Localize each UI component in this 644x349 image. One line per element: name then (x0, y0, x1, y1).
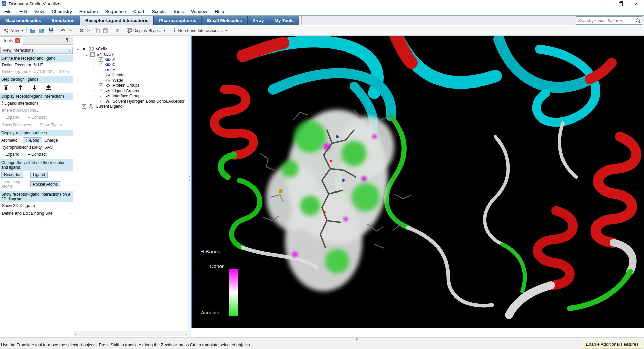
define-receptor-action[interactable]: Define Receptor: 6LU7 (0, 62, 73, 68)
checkbox-checked[interactable] (99, 83, 103, 88)
open-button[interactable] (28, 27, 37, 34)
menu-structure[interactable]: Structure (76, 8, 102, 15)
panel-splitter[interactable]: ‹› (188, 36, 191, 337)
open-url-button[interactable] (37, 27, 46, 34)
scroll-left-icon[interactable]: ◂ (74, 332, 76, 336)
checkbox-checked[interactable] (99, 57, 103, 62)
interaction-options-action[interactable]: Interaction Options... (0, 107, 73, 114)
sas-toggle[interactable]: SAS (44, 145, 72, 150)
hbond-toggle-selected[interactable]: H-Bond (23, 137, 42, 143)
checkbox-checked[interactable] (82, 104, 86, 109)
menu-view[interactable]: View (31, 8, 48, 15)
menu-file[interactable]: File (1, 8, 15, 15)
expand-icon[interactable] (93, 94, 99, 98)
search-icon[interactable] (635, 18, 641, 24)
delete-button[interactable]: ✕ (78, 27, 86, 34)
checkbox-checked[interactable] (99, 63, 103, 67)
binding-site-section[interactable]: Define and Edit Binding Site (0, 210, 73, 217)
ligand-interactions-action[interactable]: Ligand Interactions (0, 100, 73, 107)
tree-row-hetatm[interactable]: Hetatm (74, 73, 188, 78)
tree-row-ligand-groups[interactable]: Ligand Groups (74, 88, 188, 94)
previous-ligand-button[interactable] (18, 84, 23, 90)
ribbon-tab-receptor-ligand-interactions[interactable]: Receptor-Ligand Interactions (80, 16, 154, 25)
restore-button[interactable] (613, 0, 629, 7)
expand-icon[interactable] (93, 68, 99, 72)
ligand-toggle-selected[interactable]: Ligand (30, 172, 48, 178)
next-ligand-button[interactable] (32, 84, 37, 90)
expand-action-disabled[interactable]: + Expand (2, 115, 19, 120)
tree-row-water[interactable]: Water (74, 78, 188, 83)
charge-toggle[interactable]: Charge (44, 138, 72, 143)
expand-icon[interactable] (93, 89, 99, 93)
checkbox-unchecked[interactable] (99, 78, 103, 82)
interacting-atoms-toggle[interactable]: Interacting Atoms (1, 179, 30, 189)
settings-button[interactable]: ⚙ (113, 27, 121, 34)
contract-action-disabled[interactable]: – Contract (28, 115, 46, 120)
expand-action[interactable]: + Expand (2, 152, 19, 157)
paste-button[interactable] (101, 27, 109, 34)
expand-icon[interactable] (93, 57, 99, 62)
view-interactions-header[interactable]: View Interactions ? (0, 47, 73, 54)
tree-row-current-ligand[interactable]: Current Ligand (74, 104, 188, 109)
search-input[interactable] (576, 18, 635, 23)
ribbon-tab-simulation[interactable]: Simulation (46, 16, 80, 25)
contract-action[interactable]: – Contract (28, 152, 46, 157)
hydrophobic-toggle[interactable]: Hydrophobic (1, 145, 23, 150)
menu-window[interactable]: Window (187, 8, 211, 15)
menu-help[interactable]: Help (211, 8, 228, 15)
show-types-action[interactable]: Show Types (40, 122, 62, 128)
checkbox-checked[interactable] (99, 89, 103, 93)
show-distances-action[interactable]: Show Distances (2, 122, 31, 128)
ribbon-tab-pharmacophores[interactable]: Pharmacophores (154, 16, 201, 25)
menu-scripts[interactable]: Scripts (148, 8, 169, 15)
menu-chemistry[interactable]: Chemistry (48, 8, 76, 15)
menu-tools[interactable]: Tools (169, 8, 188, 15)
checkbox-checked[interactable] (99, 94, 103, 98)
nonbond-interactions-button[interactable]: Non-bond Interactions... (173, 27, 229, 34)
checkbox-checked[interactable] (99, 99, 103, 103)
tree-row-protein-groups[interactable]: Protein Groups (74, 83, 188, 89)
ribbon-tab-small-molecules[interactable]: Small Molecules (201, 16, 247, 25)
undo-button[interactable]: ↶ (59, 27, 67, 34)
pin-icon[interactable] (66, 38, 69, 42)
checkbox-unchecked[interactable] (99, 68, 103, 72)
checkbox-unchecked[interactable] (99, 73, 103, 77)
new-button[interactable]: + New (2, 27, 25, 34)
tree-horizontal-scrollbar[interactable]: ◂ ▸ (74, 331, 188, 336)
molecule-3d-viewport[interactable]: H-Bonds Donor Acceptor (191, 36, 644, 328)
collapse-icon[interactable] (85, 53, 90, 56)
tree-row-interface-groups[interactable]: Interface Groups (74, 94, 188, 99)
menu-sequence[interactable]: Sequence (102, 8, 130, 15)
checkbox-checked[interactable] (90, 52, 95, 57)
save-button[interactable] (46, 27, 55, 34)
redo-button[interactable]: ↷ (67, 27, 74, 34)
tools-tab[interactable]: Tools (0, 36, 23, 45)
ribbon-tab-macromolecules[interactable]: Macromolecules (0, 16, 46, 25)
define-ligand-action[interactable]: Define Ligand: 6LU7:C(02J1,...,0106) (0, 68, 73, 75)
aromatic-toggle[interactable]: Aromatic (1, 138, 23, 143)
copy-button[interactable] (93, 27, 101, 34)
show-2d-diagram-action[interactable]: Show 2D Diagram (0, 202, 73, 209)
tools-close-icon[interactable] (15, 38, 20, 43)
enable-additional-features-button[interactable]: Enable Additional Features (581, 340, 643, 349)
first-ligand-button[interactable] (3, 84, 9, 90)
expand-up-icon[interactable]: ▲ (355, 337, 358, 340)
scroll-right-icon[interactable]: ▸ (185, 332, 187, 336)
pocket-atoms-toggle-selected[interactable]: Pocket Atoms (30, 181, 60, 187)
tree-row-solvent-hbond[interactable]: Solvent Hydrogen Bond Donor/Acceptor (74, 99, 188, 104)
checkbox-partial[interactable] (82, 47, 86, 51)
menu-edit[interactable]: Edit (15, 8, 31, 15)
tree-row-chain-a[interactable]: A (74, 57, 188, 62)
tree-row-cell[interactable]: <Cell> (74, 46, 188, 52)
close-button[interactable] (629, 0, 644, 7)
ribbon-tab-my-tools[interactable]: My Tools (269, 16, 299, 25)
expand-icon[interactable] (93, 83, 99, 88)
help-icon[interactable]: ? (68, 48, 70, 53)
ribbon-tab-xray[interactable]: X-ray (247, 16, 269, 25)
minimize-button[interactable] (598, 0, 613, 7)
tree-row-chain-a2[interactable]: A (74, 67, 188, 73)
display-style-button[interactable]: Display Style... (125, 27, 167, 34)
collapse-icon[interactable] (76, 47, 82, 51)
expand-icon[interactable] (93, 62, 99, 67)
menu-chart[interactable]: Chart (129, 8, 148, 15)
